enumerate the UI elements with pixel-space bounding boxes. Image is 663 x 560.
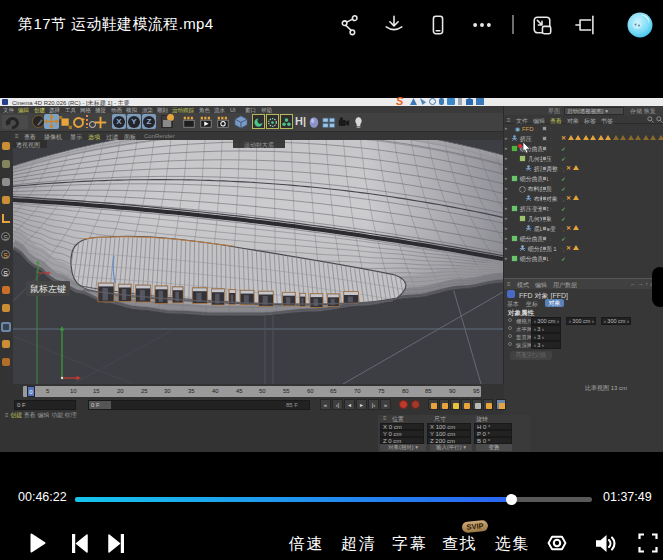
svg-text:鼠标左键: 鼠标左键 [30, 284, 66, 294]
svg-text:运动鞋大底: 运动鞋大底 [244, 141, 274, 149]
svg-text:透视视图: 透视视图 [16, 141, 40, 149]
